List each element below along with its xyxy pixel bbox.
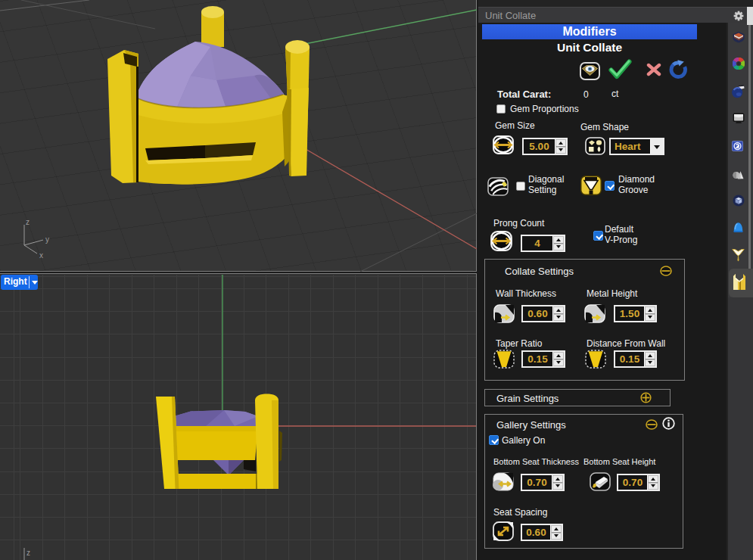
svg-text:z: z [26,549,30,557]
svg-text:y: y [45,235,49,244]
svg-text:z: z [26,218,30,226]
svg-text:x: x [39,251,43,260]
